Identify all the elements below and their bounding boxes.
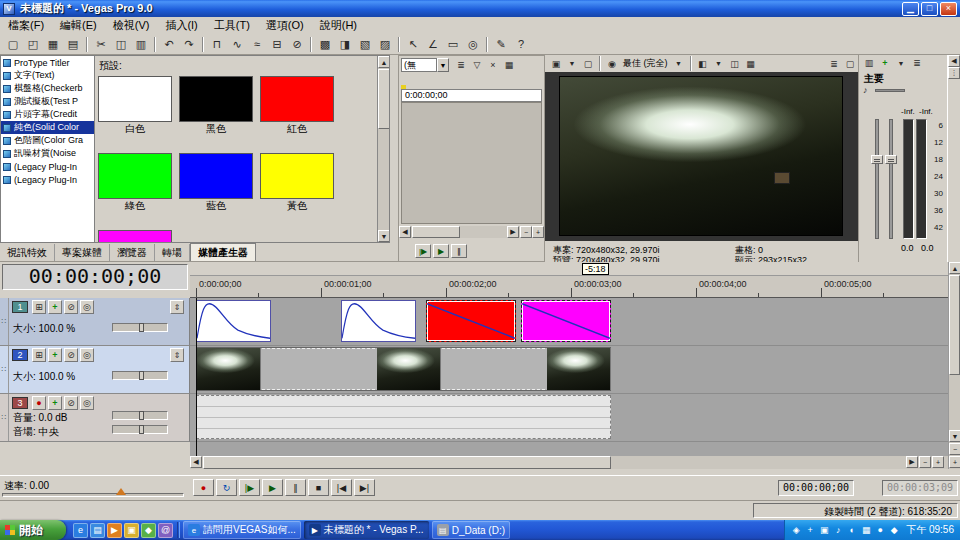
pause-button[interactable]: ∥ [285, 479, 306, 496]
tray-speaker-icon[interactable]: ♪ [831, 523, 845, 537]
zoom-in-icon[interactable]: + [932, 456, 944, 468]
tray-icon-8[interactable]: ◆ [887, 523, 901, 537]
auto-crossfade-icon[interactable]: ∿ [228, 35, 246, 53]
selection-edit-tool-icon[interactable]: ▭ [444, 35, 462, 53]
messenger-icon[interactable]: ◆ [141, 523, 156, 538]
dim-slider[interactable] [875, 89, 905, 92]
track-level-slider[interactable] [112, 371, 168, 380]
generator-list-item[interactable]: 棋盤格(Checkerb [1, 82, 94, 95]
taskbar-task-button[interactable]: ▶未標題的 * - Vegas P... [304, 521, 429, 539]
trimmer-display-area[interactable] [401, 102, 542, 224]
track-header-1[interactable]: ∷ 1 ⊞ + ⊘ ◎ ⇕ 大小: 100.0 % [0, 298, 190, 346]
color-swatch[interactable] [179, 76, 253, 122]
scroll-right-icon[interactable]: ▶ [906, 456, 918, 468]
loop-playback-button[interactable]: ↻ [216, 479, 237, 496]
scroll-down-icon[interactable]: ▼ [378, 230, 390, 242]
scroll-down-icon[interactable]: ▼ [949, 430, 960, 442]
save-icon[interactable]: ▦ [502, 58, 516, 72]
tray-icon-6[interactable]: ▦ [859, 523, 873, 537]
solo-icon[interactable]: ◎ [80, 300, 94, 314]
close-button[interactable]: × [940, 2, 957, 16]
track-grip-icon[interactable]: ∷ [0, 346, 9, 393]
color-swatch[interactable] [98, 230, 172, 243]
rate-slider[interactable] [2, 493, 184, 497]
track-fx-icon[interactable]: + [48, 348, 62, 362]
explorer-icon[interactable]: ▧ [356, 35, 374, 53]
track-grip-icon[interactable]: ∷ [0, 298, 9, 345]
mixer-menu-icon[interactable]: ≣ [910, 56, 924, 70]
track-volume-slider[interactable] [112, 411, 168, 420]
filter-icon[interactable]: ▽ [470, 58, 484, 72]
preset-swatch-cell[interactable]: 藍色 [179, 153, 255, 213]
go-to-end-button[interactable]: ▶| [354, 479, 375, 496]
open-icon[interactable]: ◰ [24, 35, 42, 53]
save-icon[interactable]: ▦ [44, 35, 62, 53]
redo-icon[interactable]: ↷ [180, 35, 198, 53]
generator-list-item[interactable]: 測試擬板(Test P [1, 95, 94, 108]
enable-snapping-icon[interactable]: ⊓ [208, 35, 226, 53]
mute-icon[interactable]: ⊘ [64, 300, 78, 314]
generator-list-item[interactable]: ProType Titler [1, 56, 94, 69]
start-button[interactable]: 開始 [0, 520, 66, 540]
preset-swatch-cell[interactable]: 黃色 [260, 153, 336, 213]
media-generators-list[interactable]: ProType Titler文字(Text)棋盤格(Checkerb測試擬板(T… [0, 55, 95, 243]
track-fx-icon[interactable]: + [48, 300, 62, 314]
media-player-icon[interactable]: ▶ [107, 523, 122, 538]
tray-icon-3[interactable]: ▣ [817, 523, 831, 537]
preset-swatch-cell[interactable]: 白色 [98, 76, 174, 136]
track-fx-icon[interactable]: + [48, 396, 62, 410]
speaker-icon[interactable]: ♪ [863, 85, 868, 95]
solo-icon[interactable]: ◎ [80, 396, 94, 410]
menu-item[interactable]: 編輯(E) [52, 17, 105, 34]
clock[interactable]: 下午 09:56 [906, 523, 954, 537]
new-project-icon[interactable]: ▢ [4, 35, 22, 53]
pen-tool-icon[interactable]: ✎ [492, 35, 510, 53]
track-header-2[interactable]: ∷ 2 ⊞ + ⊘ ◎ ⇕ 大小: 100.0 % [0, 346, 190, 394]
mixer-icon[interactable]: ▩ [316, 35, 334, 53]
color-swatch[interactable] [98, 76, 172, 122]
envelope-edit-tool-icon[interactable]: ∠ [424, 35, 442, 53]
expand-track-icon[interactable]: ⇕ [170, 348, 184, 362]
maximize-button[interactable]: □ [921, 2, 938, 16]
preset-swatch-cell[interactable]: 黑色 [179, 76, 255, 136]
menu-item[interactable]: 檔案(F) [0, 17, 52, 34]
scrollbar-thumb[interactable] [203, 456, 611, 469]
timeline-timecode-display[interactable]: 00:00:00;00 [2, 264, 188, 290]
project-properties-icon[interactable]: ▣ [549, 57, 563, 71]
generator-list-item[interactable]: 色階圖(Color Gra [1, 134, 94, 147]
scroll-up-icon[interactable]: ▲ [949, 262, 960, 274]
dock-collapse-icon[interactable]: ◀ [948, 55, 960, 67]
scroll-left-icon[interactable]: ◀ [190, 456, 202, 468]
pause-button[interactable]: ∥ [451, 244, 467, 258]
presets-scrollbar[interactable]: ▲ ▼ [377, 56, 389, 242]
color-swatch[interactable] [260, 76, 334, 122]
timeline-vertical-scrollbar[interactable]: ▲ ▼ − + [948, 262, 960, 469]
generator-list-item[interactable]: 訊噪材質(Noise [1, 147, 94, 160]
paste-icon[interactable]: ▥ [132, 35, 150, 53]
play-from-start-button[interactable]: |▶ [239, 479, 260, 496]
end-timecode[interactable]: 00:00:03;09 [882, 480, 958, 496]
dock-tab[interactable]: 瀏覽器 [110, 244, 155, 261]
tray-icon-7[interactable]: ● [873, 523, 887, 537]
dock-tab[interactable]: 視訊特效 [0, 244, 55, 261]
timeline-horizontal-scrollbar[interactable]: ◀ ▶ − + [190, 456, 948, 469]
cut-icon[interactable]: ✂ [92, 35, 110, 53]
record-button[interactable]: ● [193, 479, 214, 496]
tray-icon-5[interactable]: ◐ [845, 523, 859, 537]
color-swatch[interactable] [179, 153, 253, 199]
timeline-tracks-area[interactable] [190, 298, 948, 456]
menu-item[interactable]: 檢視(V) [105, 17, 158, 34]
insert-bus-icon[interactable]: ▥ [862, 56, 876, 70]
master-fader-left-handle[interactable] [871, 155, 883, 164]
timeline-video-event[interactable] [196, 347, 611, 391]
show-desktop-icon[interactable]: ▤ [90, 523, 105, 538]
stop-button[interactable]: ■ [308, 479, 329, 496]
zoom-out-icon[interactable]: − [520, 226, 532, 238]
generator-list-item[interactable]: (Legacy Plug-In [1, 173, 94, 186]
track-grip-icon[interactable]: ∷ [0, 394, 9, 441]
tray-icon-1[interactable]: ◈ [789, 523, 803, 537]
scroll-left-icon[interactable]: ◀ [399, 226, 411, 238]
preset-swatch-cell[interactable]: 綠色 [98, 153, 174, 213]
help-tool-icon[interactable]: ? [512, 35, 530, 53]
zoom-in-icon[interactable]: + [532, 226, 544, 238]
